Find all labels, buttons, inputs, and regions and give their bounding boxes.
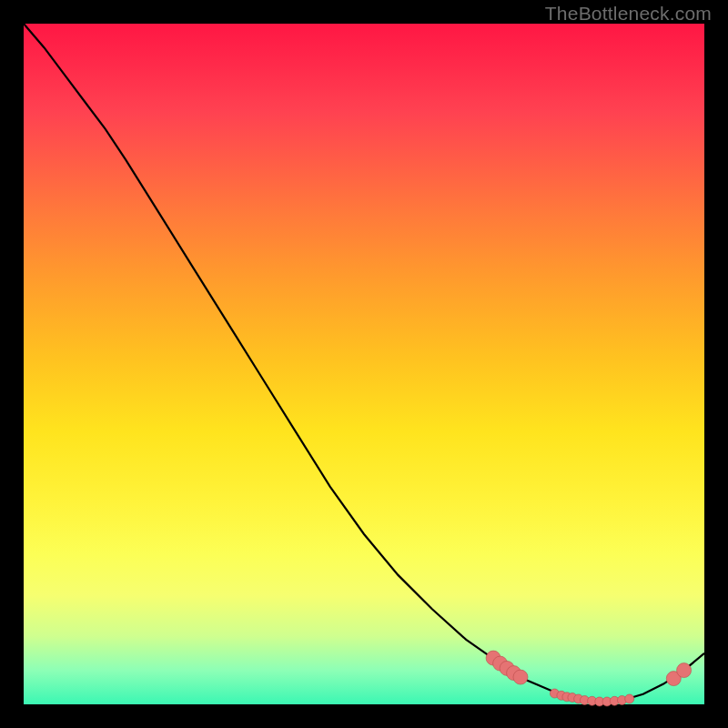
plot-area [24,24,704,704]
chart-frame: TheBottleneck.com [0,0,728,728]
bottleneck-curve [24,24,704,702]
data-point [513,670,528,684]
data-point [625,694,634,703]
chart-svg [24,24,704,704]
watermark-text: TheBottleneck.com [545,3,712,25]
data-point [677,663,692,678]
data-markers [486,651,692,706]
